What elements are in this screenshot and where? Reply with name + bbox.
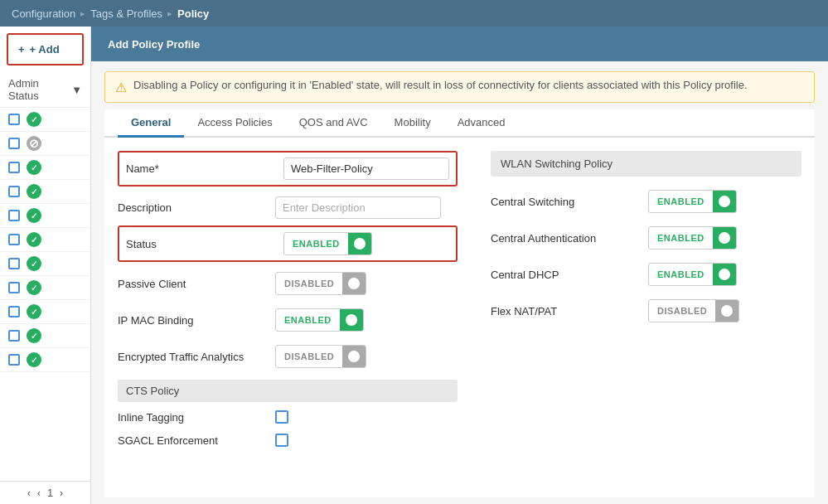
status-badge: ✓: [27, 280, 41, 295]
flex-nat-row: Flex NAT/PAT DISABLED: [491, 293, 801, 329]
prev-page-button[interactable]: ‹: [27, 487, 31, 499]
central-switching-toggle-label: ENABLED: [649, 193, 713, 210]
breadcrumb-tags-profiles[interactable]: Tags & Profiles: [90, 7, 162, 20]
row-checkbox[interactable]: [8, 354, 20, 366]
inline-tagging-checkbox[interactable]: [275, 410, 288, 424]
row-checkbox[interactable]: [8, 186, 20, 197]
cts-section-header: CTS Policy: [118, 380, 458, 402]
list-item[interactable]: ✓: [0, 300, 90, 324]
description-input[interactable]: [275, 196, 441, 219]
form-right: WLAN Switching Policy Central Switching …: [491, 151, 801, 452]
ip-mac-toggle[interactable]: ENABLED: [275, 308, 364, 332]
breadcrumb-current: Policy: [177, 7, 209, 20]
passive-client-switch[interactable]: [342, 273, 366, 294]
next-page-button[interactable]: ›: [60, 487, 63, 499]
row-checkbox[interactable]: [8, 162, 20, 173]
list-item[interactable]: ✓: [0, 180, 90, 204]
flex-nat-label: Flex NAT/PAT: [491, 305, 640, 317]
toggle-dot: [346, 314, 357, 326]
sgacl-row: SGACL Enforcement: [118, 429, 458, 452]
name-row: Name*: [118, 151, 458, 187]
list-item[interactable]: ✓: [0, 276, 90, 300]
row-checkbox[interactable]: [8, 306, 20, 317]
description-label: Description: [118, 201, 267, 214]
list-item[interactable]: ✓: [0, 204, 90, 228]
encrypted-traffic-label: Encrypted Traffic Analytics: [118, 351, 267, 363]
flex-nat-switch[interactable]: [715, 300, 738, 322]
form-left: Name* Description Status ENABLED: [118, 151, 458, 452]
breadcrumb-sep1: ▸: [80, 8, 85, 19]
central-switching-label: Central Switching: [491, 196, 640, 208]
add-button[interactable]: + + Add: [7, 33, 84, 65]
list-item[interactable]: ✓: [0, 228, 90, 252]
warning-text: Disabling a Policy or configuring it in …: [133, 79, 748, 91]
central-auth-switch[interactable]: [713, 227, 736, 249]
ip-mac-label: IP MAC Binding: [118, 314, 267, 327]
status-row: Status ENABLED: [118, 225, 458, 262]
row-checkbox[interactable]: [8, 258, 20, 269]
warning-banner: ⚠ Disabling a Policy or configuring it i…: [104, 71, 815, 103]
status-toggle[interactable]: ENABLED: [283, 232, 372, 255]
breadcrumb-sep2: ▸: [167, 8, 172, 19]
status-badge: ✓: [27, 112, 41, 127]
tab-qos-avc[interactable]: QOS and AVC: [286, 109, 381, 138]
passive-client-label: Passive Client: [118, 278, 267, 290]
toggle-dot: [719, 232, 730, 244]
encrypted-traffic-switch[interactable]: [342, 346, 366, 367]
list-item[interactable]: ✓: [0, 108, 90, 132]
row-checkbox[interactable]: [8, 330, 20, 342]
tab-mobility[interactable]: Mobility: [381, 109, 444, 138]
description-row: Description: [118, 190, 458, 225]
list-item[interactable]: ⊘: [0, 132, 90, 156]
central-dhcp-label: Central DHCP: [491, 269, 640, 281]
ip-mac-row: IP MAC Binding ENABLED: [118, 302, 458, 338]
central-switching-switch[interactable]: [713, 191, 736, 212]
prev-page-button2[interactable]: ‹: [37, 487, 41, 499]
status-badge: ✓: [27, 184, 41, 199]
tab-advanced[interactable]: Advanced: [444, 109, 519, 138]
breadcrumb-configuration[interactable]: Configuration: [12, 7, 75, 20]
name-input[interactable]: [283, 158, 449, 180]
central-auth-toggle[interactable]: ENABLED: [648, 226, 737, 250]
ip-mac-toggle-label: ENABLED: [276, 312, 340, 328]
row-checkbox[interactable]: [8, 282, 20, 293]
list-item[interactable]: ✓: [0, 348, 90, 372]
plus-icon: +: [18, 43, 25, 56]
tab-access-policies[interactable]: Access Policies: [184, 109, 285, 138]
toggle-dot: [354, 238, 366, 250]
row-checkbox[interactable]: [8, 210, 20, 221]
central-dhcp-toggle-label: ENABLED: [649, 266, 713, 283]
central-dhcp-switch[interactable]: [713, 264, 736, 285]
content-area: Add Policy Profile ⚠ Disabling a Policy …: [91, 27, 828, 504]
encrypted-traffic-toggle[interactable]: DISABLED: [275, 345, 366, 368]
row-checkbox[interactable]: [8, 114, 20, 125]
passive-client-toggle[interactable]: DISABLED: [275, 272, 366, 295]
sgacl-checkbox[interactable]: [275, 434, 288, 447]
tab-general[interactable]: General: [118, 109, 184, 138]
row-checkbox[interactable]: [8, 138, 20, 149]
encrypted-traffic-row: Encrypted Traffic Analytics DISABLED: [118, 338, 458, 375]
sidebar: + + Add Admin Status ▼ ✓ ⊘ ✓: [0, 27, 91, 504]
sgacl-label: SGACL Enforcement: [118, 434, 267, 447]
row-checkbox[interactable]: [8, 234, 20, 245]
list-item[interactable]: ✓: [0, 156, 90, 180]
passive-client-row: Passive Client DISABLED: [118, 265, 458, 302]
toggle-dot: [719, 269, 730, 280]
central-dhcp-toggle[interactable]: ENABLED: [648, 263, 737, 286]
admin-status-label: Admin Status: [8, 77, 68, 102]
filter-icon[interactable]: ▼: [71, 84, 82, 96]
list-item[interactable]: ✓: [0, 324, 90, 348]
status-badge: ✓: [27, 232, 41, 247]
panel-title: Add Policy Profile: [108, 38, 200, 51]
flex-nat-toggle[interactable]: DISABLED: [648, 299, 739, 322]
status-badge: ✓: [27, 328, 41, 343]
status-badge: ✓: [27, 304, 41, 319]
sidebar-rows: ✓ ⊘ ✓ ✓ ✓: [0, 108, 90, 481]
add-label: + Add: [30, 43, 60, 56]
central-switching-row: Central Switching ENABLED: [491, 183, 801, 220]
tab-bar: General Access Policies QOS and AVC Mobi…: [104, 109, 815, 138]
list-item[interactable]: ✓: [0, 252, 90, 276]
status-toggle-switch[interactable]: [348, 233, 371, 254]
central-switching-toggle[interactable]: ENABLED: [648, 190, 737, 213]
ip-mac-switch[interactable]: [340, 309, 363, 331]
